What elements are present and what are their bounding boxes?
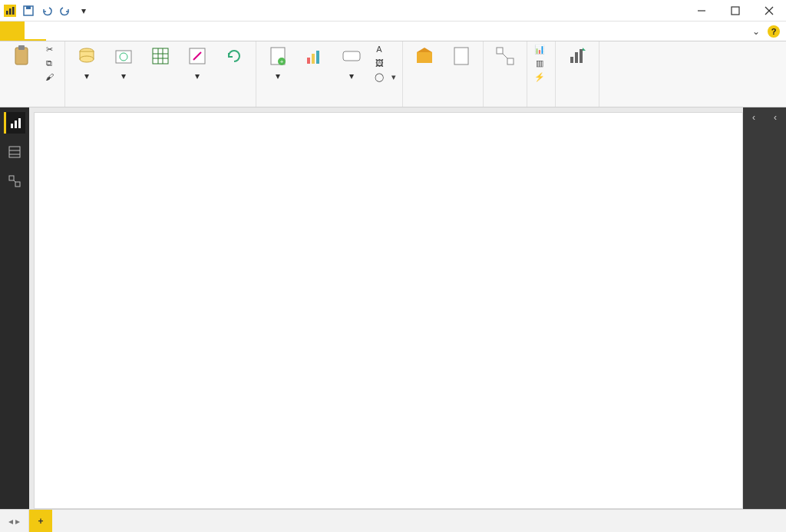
redo-icon[interactable] xyxy=(58,4,72,18)
add-page-button[interactable]: + xyxy=(29,510,52,532)
svg-rect-30 xyxy=(417,52,432,63)
svg-rect-17 xyxy=(153,48,168,64)
new-column-button[interactable]: ▥ xyxy=(533,57,549,69)
chevron-down-icon: ▾ xyxy=(84,71,89,81)
titlebar: ▾ xyxy=(0,0,786,21)
svg-rect-3 xyxy=(12,7,15,15)
enter-data-button[interactable] xyxy=(145,43,176,71)
svg-rect-37 xyxy=(580,49,583,63)
get-data-icon xyxy=(75,45,98,68)
svg-rect-5 xyxy=(26,6,31,9)
help-icon[interactable]: ? xyxy=(768,25,780,38)
copy-button[interactable]: ⧉ xyxy=(43,57,58,69)
file-tab[interactable] xyxy=(0,21,25,41)
svg-line-34 xyxy=(503,54,507,58)
measure-icon: 📊 xyxy=(533,43,546,55)
svg-rect-7 xyxy=(732,7,739,15)
svg-rect-10 xyxy=(15,48,28,64)
chevron-left-icon: ‹ xyxy=(774,112,777,123)
copy-icon: ⧉ xyxy=(43,57,55,69)
save-icon[interactable] xyxy=(21,4,35,18)
marketplace-icon xyxy=(413,45,436,68)
model-view-button[interactable] xyxy=(4,170,25,192)
svg-rect-11 xyxy=(18,45,25,50)
buttons-icon xyxy=(340,45,363,68)
workspace: ‹ ‹ xyxy=(0,107,786,509)
qat-dropdown-icon[interactable]: ▾ xyxy=(77,4,91,18)
tab-view[interactable] xyxy=(46,21,68,41)
tab-help[interactable] xyxy=(89,21,111,41)
group-share-label xyxy=(562,105,593,107)
file-icon xyxy=(450,45,473,68)
tab-modeling[interactable] xyxy=(68,21,89,41)
edit-queries-icon xyxy=(186,45,209,68)
chevron-down-icon[interactable]: ⌄ xyxy=(752,26,760,37)
pane-visualizations[interactable]: ‹ xyxy=(743,107,765,509)
svg-rect-2 xyxy=(9,8,12,15)
svg-rect-33 xyxy=(507,58,514,64)
shapes-button[interactable]: ◯▾ xyxy=(373,71,396,83)
svg-rect-35 xyxy=(570,57,573,63)
svg-rect-41 xyxy=(9,147,20,157)
undo-icon[interactable] xyxy=(40,4,54,18)
new-page-button[interactable]: +▾ xyxy=(263,43,293,83)
close-button[interactable] xyxy=(752,0,786,21)
new-quick-measure-button[interactable]: ⚡ xyxy=(533,71,549,83)
edit-queries-button[interactable]: ▾ xyxy=(182,43,213,83)
recent-sources-button[interactable]: ▾ xyxy=(108,43,139,83)
textbox-button[interactable]: A xyxy=(373,43,396,55)
svg-rect-38 xyxy=(11,124,13,128)
from-file-button[interactable] xyxy=(446,43,477,71)
svg-rect-1 xyxy=(6,11,8,15)
svg-point-14 xyxy=(80,56,94,62)
minimize-button[interactable] xyxy=(685,0,718,21)
pane-fields[interactable]: ‹ xyxy=(765,107,786,509)
image-button[interactable]: 🖼 xyxy=(373,57,396,69)
svg-rect-39 xyxy=(15,121,17,128)
report-canvas[interactable] xyxy=(34,112,743,509)
group-custom-label xyxy=(409,105,477,107)
svg-rect-29 xyxy=(343,51,360,61)
buttons-button[interactable]: ▾ xyxy=(336,43,367,83)
recent-icon xyxy=(112,45,135,68)
publish-icon xyxy=(566,45,589,68)
ribbon-tabs: ⌄ ? xyxy=(0,21,786,41)
svg-rect-45 xyxy=(15,182,20,187)
svg-rect-27 xyxy=(312,54,315,64)
svg-rect-28 xyxy=(316,51,319,64)
chevron-left-icon: ‹ xyxy=(752,112,755,123)
paste-button[interactable] xyxy=(6,43,37,71)
svg-rect-36 xyxy=(575,52,578,63)
svg-rect-32 xyxy=(497,48,503,54)
tab-home[interactable] xyxy=(25,21,46,41)
from-marketplace-button[interactable] xyxy=(409,43,440,71)
get-data-button[interactable]: ▾ xyxy=(71,43,102,83)
svg-line-46 xyxy=(14,180,15,182)
shapes-icon: ◯ xyxy=(373,71,385,83)
maximize-button[interactable] xyxy=(718,0,752,21)
cut-icon: ✂ xyxy=(43,43,55,55)
format-painter-button[interactable]: 🖌 xyxy=(43,71,58,83)
ribbon-body: ✂ ⧉ 🖌 ▾ ▾ ▾ +▾ ▾ A 🖼 ◯▾ xyxy=(0,41,786,107)
textbox-icon: A xyxy=(373,43,385,55)
refresh-button[interactable] xyxy=(219,43,249,71)
enter-data-icon xyxy=(149,45,172,68)
column-icon: ▥ xyxy=(533,57,546,69)
svg-rect-31 xyxy=(454,48,468,64)
quick-measure-icon: ⚡ xyxy=(533,71,546,83)
quick-access-toolbar: ▾ xyxy=(0,4,94,18)
page-tab-scroll[interactable]: ◂ ▸ xyxy=(0,510,29,532)
paste-icon xyxy=(10,45,33,68)
manage-relationships-button[interactable] xyxy=(490,43,520,71)
image-icon: 🖼 xyxy=(373,57,385,69)
app-icon xyxy=(3,4,17,18)
relationships-icon xyxy=(494,45,517,68)
data-view-button[interactable] xyxy=(4,141,25,163)
new-visual-button[interactable] xyxy=(299,43,330,71)
report-view-button[interactable] xyxy=(4,112,25,134)
cut-button[interactable]: ✂ xyxy=(43,43,58,55)
left-view-rail xyxy=(0,107,29,509)
publish-button[interactable] xyxy=(562,43,593,71)
new-visual-icon xyxy=(303,45,326,68)
new-measure-button[interactable]: 📊 xyxy=(533,43,549,55)
